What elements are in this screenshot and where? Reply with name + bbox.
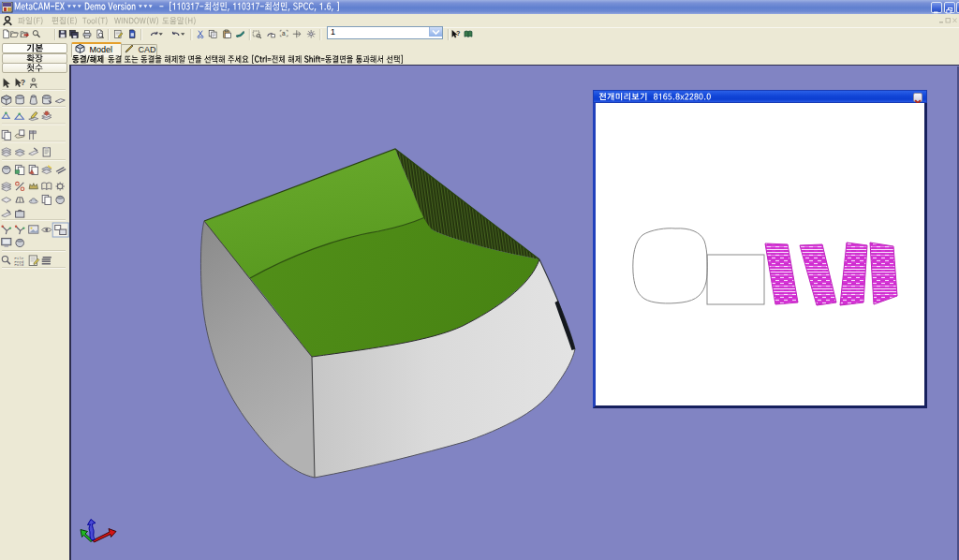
svg-text:a: a xyxy=(282,30,286,37)
svg-text:?: ? xyxy=(21,79,25,87)
svg-text:?: ? xyxy=(456,29,460,37)
svg-text:Fold: Fold xyxy=(14,262,24,267)
